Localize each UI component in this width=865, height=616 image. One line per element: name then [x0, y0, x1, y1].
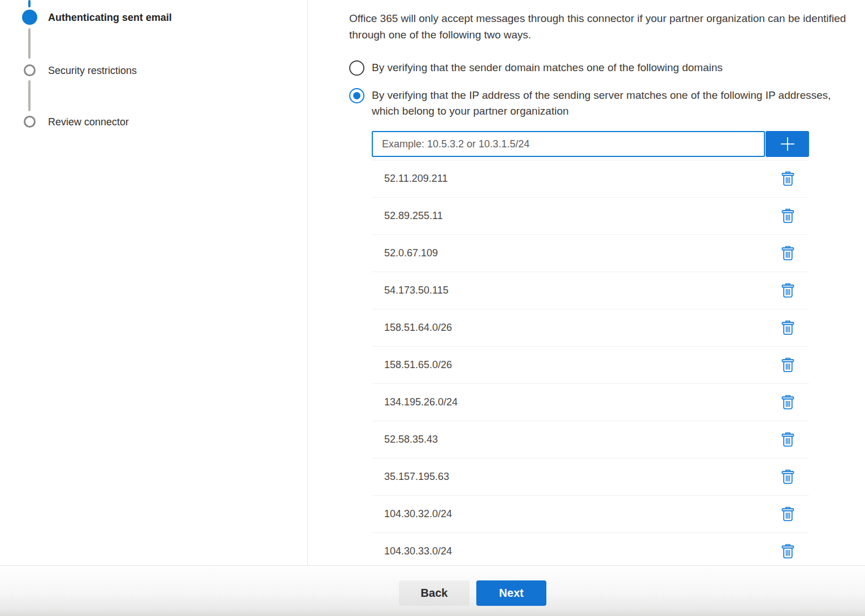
trash-icon — [781, 544, 794, 559]
ip-row: 52.58.35.43 — [372, 421, 809, 458]
trash-icon — [781, 469, 794, 484]
ip-address-text: 52.58.35.43 — [384, 434, 438, 445]
delete-ip-button[interactable] — [780, 356, 796, 374]
delete-ip-button[interactable] — [780, 207, 796, 225]
step-connector-line-completed — [28, 0, 31, 7]
ip-row: 134.195.26.0/24 — [372, 384, 809, 421]
plus-icon — [779, 135, 797, 153]
trash-icon — [781, 283, 794, 298]
delete-ip-button[interactable] — [780, 244, 796, 262]
trash-icon — [781, 320, 794, 335]
ip-address-text: 52.11.209.211 — [384, 173, 447, 185]
option-sender-domain: By verifying that the sender domain matc… — [349, 60, 855, 76]
step-connector-line — [28, 28, 31, 59]
ip-address-text: 158.51.64.0/26 — [384, 322, 452, 334]
ip-address-text: 52.89.255.11 — [384, 210, 443, 222]
trash-icon — [781, 171, 794, 186]
step-active-dot — [22, 10, 37, 25]
ip-address-text: 54.173.50.115 — [384, 285, 449, 296]
step-connector-line — [28, 80, 31, 111]
step-empty-dot — [24, 116, 36, 128]
delete-ip-button[interactable] — [780, 543, 796, 560]
ip-row: 52.89.255.11 — [372, 198, 809, 235]
ip-address-text: 158.51.65.0/26 — [384, 359, 452, 371]
sidebar-step-security-restrictions[interactable]: Security restrictions — [48, 64, 137, 77]
delete-ip-button[interactable] — [780, 170, 796, 187]
delete-ip-button[interactable] — [780, 282, 796, 299]
trash-icon — [781, 432, 794, 447]
radio-selected-dot — [353, 92, 360, 99]
step-empty-dot — [24, 64, 36, 76]
option-sender-domain-label: By verifying that the sender domain matc… — [372, 60, 723, 76]
delete-ip-button[interactable] — [780, 468, 796, 486]
ip-section: 52.11.209.211 52.89.255.11 — [372, 131, 855, 570]
trash-icon — [781, 208, 794, 224]
sidebar-step-review-connector[interactable]: Review connector — [48, 116, 129, 128]
ip-row: 52.11.209.211 — [372, 160, 809, 198]
delete-ip-button[interactable] — [780, 319, 796, 337]
trash-icon — [781, 395, 794, 410]
back-button[interactable]: Back — [399, 580, 470, 606]
ip-row: 158.51.65.0/26 — [372, 347, 809, 384]
ip-address-list: 52.11.209.211 52.89.255.11 — [372, 160, 809, 570]
step-description: Office 365 will only accept messages thr… — [349, 10, 855, 43]
verification-options: By verifying that the sender domain matc… — [349, 60, 855, 119]
ip-address-text: 134.195.26.0/24 — [384, 396, 458, 408]
trash-icon — [781, 246, 794, 261]
ip-address-text: 52.0.67.109 — [384, 247, 438, 259]
delete-ip-button[interactable] — [780, 505, 796, 523]
ip-row: 104.30.32.0/24 — [372, 496, 809, 533]
ip-row: 35.157.195.63 — [372, 458, 809, 496]
add-ip-button[interactable] — [766, 131, 809, 157]
trash-icon — [781, 357, 794, 373]
ip-input[interactable] — [372, 131, 765, 157]
connector-wizard-screen: Authenticating sent email Security restr… — [0, 0, 865, 616]
ip-address-text: 104.30.32.0/24 — [384, 508, 452, 520]
ip-address-text: 35.157.195.63 — [384, 471, 449, 483]
next-button[interactable]: Next — [476, 580, 546, 606]
option-ip-address-label: By verifying that the IP address of the … — [372, 88, 842, 119]
ip-row: 52.0.67.109 — [372, 235, 809, 272]
wizard-main-area: Authenticating sent email Security restr… — [0, 0, 865, 565]
ip-row: 158.51.64.0/26 — [372, 309, 809, 347]
step-content-panel: Office 365 will only accept messages thr… — [308, 0, 865, 565]
delete-ip-button[interactable] — [780, 431, 796, 448]
ip-input-row — [372, 131, 809, 157]
radio-ip-address[interactable] — [349, 88, 364, 103]
wizard-steps-sidebar: Authenticating sent email Security restr… — [0, 0, 308, 565]
trash-icon — [781, 506, 794, 522]
option-ip-address: By verifying that the IP address of the … — [349, 88, 855, 119]
ip-row: 54.173.50.115 — [372, 272, 809, 309]
sidebar-step-authenticating-sent-email[interactable]: Authenticating sent email — [48, 11, 172, 24]
radio-sender-domain[interactable] — [349, 60, 364, 76]
ip-address-text: 104.30.33.0/24 — [384, 545, 452, 557]
delete-ip-button[interactable] — [780, 394, 796, 411]
wizard-footer: Back Next — [0, 565, 865, 616]
